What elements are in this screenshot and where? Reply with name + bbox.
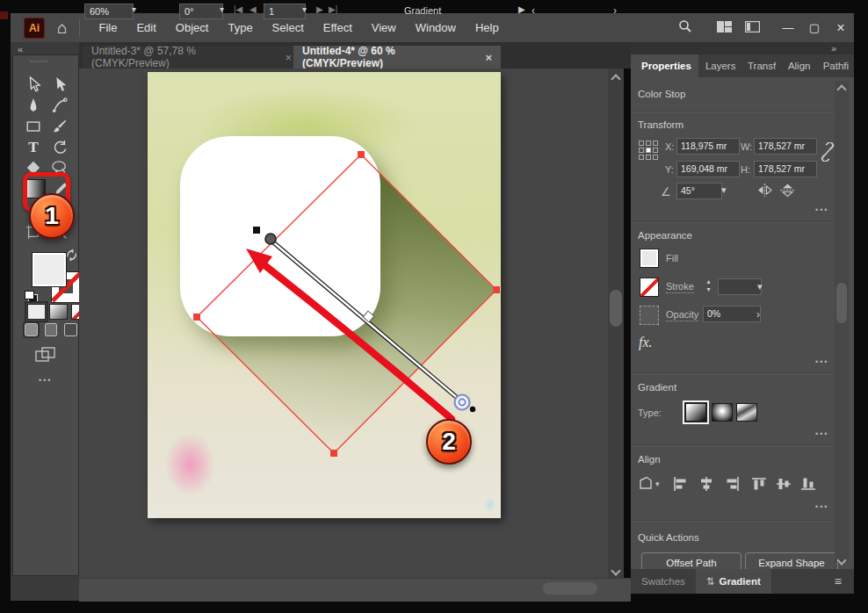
align-center-vertical-icon[interactable]: [777, 477, 791, 494]
next-artboard-icon[interactable]: ▶: [316, 4, 323, 14]
direct-selection-tool[interactable]: [49, 74, 70, 95]
menu-type[interactable]: Type: [218, 13, 262, 42]
gradient-more-icon[interactable]: •••: [815, 429, 828, 438]
draw-behind-mode-icon[interactable]: [45, 323, 58, 336]
draw-normal-mode-icon[interactable]: [25, 323, 38, 336]
workspace-switcher-icon[interactable]: [738, 20, 766, 36]
color-fill-button[interactable]: [27, 304, 46, 320]
tab-transparency[interactable]: Transf: [741, 54, 781, 77]
home-icon[interactable]: ⌂: [57, 19, 67, 36]
opacity-expand-icon[interactable]: ›: [756, 308, 760, 321]
close-button[interactable]: ×: [828, 13, 854, 42]
stepper-down-icon[interactable]: ▾: [706, 285, 710, 293]
rotation-field[interactable]: 0°: [179, 4, 223, 19]
maximize-button[interactable]: ▢: [801, 13, 828, 42]
tab-close-icon[interactable]: ×: [485, 51, 492, 64]
transform-more-icon[interactable]: •••: [815, 206, 828, 214]
gradient-panel-tab[interactable]: ⇅Gradient: [696, 569, 771, 594]
pen-tool[interactable]: [23, 95, 44, 116]
menu-help[interactable]: Help: [466, 13, 509, 42]
align-top-icon[interactable]: [752, 477, 766, 494]
linear-gradient-button[interactable]: [685, 403, 706, 422]
swap-fill-stroke-icon[interactable]: [65, 249, 78, 265]
stepper-up-icon[interactable]: ▴: [706, 278, 710, 285]
rotation-dropdown-icon[interactable]: ▾: [220, 4, 224, 14]
align-to-selection-dropdown[interactable]: ▾: [638, 476, 660, 492]
selection-tool[interactable]: [23, 74, 44, 95]
stroke-weight-dropdown-icon[interactable]: ▾: [757, 281, 763, 292]
gradient-origin-point[interactable]: [265, 234, 276, 244]
rectangle-tool[interactable]: [23, 116, 44, 137]
previous-artboard-icon[interactable]: ◀: [250, 4, 257, 14]
panel-collapse-icon[interactable]: »: [831, 43, 835, 54]
tab-pathfinder[interactable]: Pathfi: [816, 54, 854, 77]
tab-close-icon[interactable]: ×: [285, 51, 292, 64]
zoom-level-field[interactable]: 60%: [84, 4, 134, 19]
last-artboard-icon[interactable]: ▶|: [329, 4, 337, 14]
reference-point-grid[interactable]: [639, 141, 658, 160]
default-fill-stroke-icon[interactable]: [25, 291, 37, 301]
constrain-proportions-unlinked-icon[interactable]: [819, 142, 836, 165]
hscroll-left-icon[interactable]: ‹: [532, 4, 535, 17]
y-value-field[interactable]: 169,048 mr: [676, 161, 740, 177]
menu-window[interactable]: Window: [406, 13, 466, 42]
panel-scroll-thumb[interactable]: [836, 283, 847, 323]
selection-handle-left[interactable]: [193, 314, 200, 321]
angle-value-field[interactable]: 45°: [676, 183, 722, 199]
stroke-weight-stepper[interactable]: ▴ ▾: [703, 278, 714, 293]
artboard-number-field[interactable]: 1: [264, 4, 306, 19]
panel-menu-icon[interactable]: ≡: [835, 574, 842, 588]
opacity-swatch[interactable]: [640, 306, 659, 325]
stroke-swatch[interactable]: [640, 278, 659, 297]
canvas-vscroll-thumb[interactable]: [610, 290, 622, 327]
artboard-dropdown-icon[interactable]: ▾: [302, 4, 307, 14]
curvature-tool[interactable]: [49, 95, 70, 116]
w-value-field[interactable]: 178,527 mr: [754, 138, 817, 155]
selection-handle-bottom[interactable]: [330, 450, 337, 457]
align-right-icon[interactable]: [726, 477, 740, 494]
selection-and-annotator-overlay[interactable]: [79, 69, 624, 578]
selection-handle-right[interactable]: [493, 286, 500, 293]
stroke-label[interactable]: Stroke: [666, 281, 694, 293]
paintbrush-tool[interactable]: [49, 116, 70, 137]
fill-swatch[interactable]: [640, 249, 659, 268]
minimize-button[interactable]: —: [775, 13, 801, 42]
illustrator-app-icon[interactable]: Ai: [24, 18, 45, 39]
first-artboard-icon[interactable]: |◀: [234, 4, 242, 14]
fx-button[interactable]: fx.: [639, 335, 653, 350]
tab-align[interactable]: Align: [781, 54, 816, 77]
gradient-end-handle[interactable]: [455, 395, 470, 410]
radial-gradient-button[interactable]: [712, 403, 733, 422]
align-center-horizontal-icon[interactable]: [699, 477, 713, 494]
hscroll-right-icon[interactable]: ›: [613, 4, 617, 17]
toolbar-collapse-icon[interactable]: «: [18, 44, 22, 54]
zoom-dropdown-icon[interactable]: ▾: [132, 4, 136, 14]
type-tool[interactable]: T: [23, 137, 44, 158]
h-value-field[interactable]: 178,527 mr: [754, 161, 817, 177]
menu-view[interactable]: View: [362, 13, 406, 42]
fill-color-indicator[interactable]: [32, 252, 67, 287]
screen-mode-icon[interactable]: [35, 346, 56, 367]
edit-toolbar-more-icon[interactable]: •••: [39, 376, 52, 385]
canvas-hscroll-thumb[interactable]: [543, 582, 597, 595]
status-play-icon[interactable]: ▶: [518, 4, 525, 14]
align-more-icon[interactable]: •••: [815, 502, 828, 511]
toolbar-drag-handle[interactable]: ▪▪▪▪▪▪: [30, 58, 48, 64]
align-left-icon[interactable]: [673, 477, 687, 494]
gradient-origin-square[interactable]: [253, 227, 260, 234]
draw-inside-mode-icon[interactable]: [64, 323, 77, 336]
angle-dropdown-icon[interactable]: ▾: [721, 184, 727, 196]
document-tab-untitled-3[interactable]: Untitled-3* @ 57,78 % (CMYK/Preview) ×: [83, 46, 300, 69]
appearance-more-icon[interactable]: •••: [815, 357, 828, 366]
tab-properties[interactable]: Properties: [631, 54, 698, 77]
flip-horizontal-icon[interactable]: [757, 184, 772, 200]
flip-vertical-icon[interactable]: [780, 184, 795, 200]
arrange-documents-icon[interactable]: [710, 20, 738, 36]
stroke-weight-field[interactable]: [718, 278, 762, 295]
x-value-field[interactable]: 118,975 mr: [676, 138, 740, 155]
menu-effect[interactable]: Effect: [314, 13, 362, 42]
gradient-fill-button[interactable]: [49, 304, 68, 320]
opacity-label[interactable]: Opacity: [666, 309, 698, 321]
rotate-tool[interactable]: [49, 137, 70, 158]
selection-handle-top[interactable]: [358, 151, 365, 158]
